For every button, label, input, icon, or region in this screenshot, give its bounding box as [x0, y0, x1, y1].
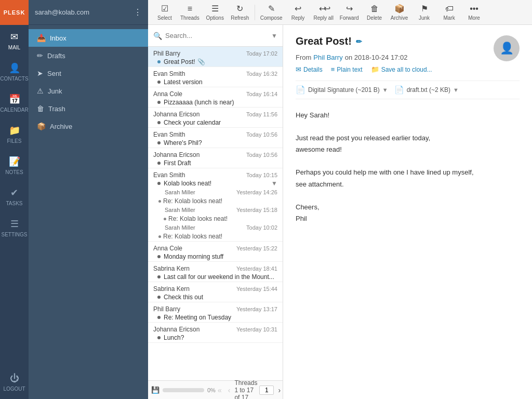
attachment-dropdown-icon[interactable]: ▼ — [453, 87, 459, 93]
trash-icon: 🗑 — [37, 104, 44, 113]
search-icon: 🔍 — [153, 32, 162, 40]
sidebar-item-notes[interactable]: 📝 NOTES — [0, 150, 29, 181]
more-icon: ••• — [470, 4, 478, 14]
reply-button[interactable]: ↩ Reply — [286, 0, 311, 25]
reply-all-button[interactable]: ↩↩ Reply all — [311, 0, 337, 25]
folder-drafts[interactable]: ✏ Drafts — [29, 47, 148, 64]
thread-sender: Phil Barry — [153, 305, 180, 313]
toolbar-divider — [255, 5, 255, 20]
files-icon: 📁 — [9, 125, 20, 136]
thread-reply-subject-2: Re: Kolab looks neat! — [148, 214, 283, 223]
thread-6[interactable]: Johanna Ericson Today 10:56 First Draft — [148, 148, 283, 168]
sidebar-item-settings[interactable]: ☰ SETTINGS — [0, 212, 29, 243]
sidebar-item-mail[interactable]: ✉ MAIL — [0, 25, 29, 56]
delete-icon: 🗑 — [370, 4, 379, 14]
threads-icon: ≡ — [188, 4, 192, 14]
folder-sent[interactable]: ➤ Sent — [29, 64, 148, 82]
unread-dot — [157, 275, 161, 278]
reading-pane: Great Post! ✏ From Phil Barry on 2018-10… — [283, 25, 532, 399]
thread-5[interactable]: Evan Smith Today 10:56 Where's Phil? — [148, 128, 283, 148]
thread-3[interactable]: Anna Cole Today 16:14 Pizzaaaaa (lunch i… — [148, 87, 283, 108]
threads-button[interactable]: ≡ Threads — [177, 0, 203, 25]
pager-first-button[interactable]: « — [216, 385, 224, 395]
folder-archive[interactable]: 📦 Archive — [29, 117, 148, 135]
sidebar-item-tasks[interactable]: ✔ TASKS — [0, 181, 29, 212]
attachment-draft[interactable]: 📄 draft.txt (~2 KB) ▼ — [394, 85, 459, 95]
main-area: ☑ Select ≡ Threads ☰ Options ↻ Refresh ✎… — [148, 0, 532, 399]
logo-text: plesk — [4, 9, 25, 16]
folder-inbox[interactable]: 📥 Inbox — [29, 29, 148, 47]
email-sender-link[interactable]: Phil Barry — [313, 54, 342, 61]
mark-button[interactable]: 🏷 Mark — [437, 0, 462, 25]
pager-prev-button[interactable]: ‹ — [226, 385, 233, 395]
plain-text-link[interactable]: ≡ Plain text — [331, 65, 363, 73]
folder-junk[interactable]: ⚠ Junk — [29, 82, 148, 100]
thread-12[interactable]: Johanna Ericson Yesterday 10:31 Lunch? — [148, 323, 283, 343]
thread-sender: Johanna Ericson — [153, 111, 200, 118]
thread-8[interactable]: Anna Cole Yesterday 15:22 Monday morning… — [148, 242, 283, 262]
account-menu-button[interactable]: ⋮ — [134, 7, 142, 17]
thread-reply-1: Sarah Miller Yesterday 14:26 — [148, 188, 283, 196]
thread-7[interactable]: Evan Smith Today 10:15 Kolab looks neat!… — [148, 168, 283, 242]
options-button[interactable]: ☰ Options — [203, 0, 228, 25]
refresh-button[interactable]: ↻ Refresh — [228, 0, 252, 25]
compose-button[interactable]: ✎ Compose — [257, 0, 286, 25]
sidebar-item-calendar[interactable]: 📅 CALENDAR — [0, 87, 29, 118]
archive-button[interactable]: 📦 Archive — [387, 0, 412, 25]
collapse-icon[interactable]: ▼ — [271, 180, 277, 187]
thread-sender: Johanna Ericson — [153, 151, 200, 158]
mail-icon: ✉ — [10, 31, 18, 43]
select-icon: ☑ — [161, 4, 168, 14]
sidebar-item-contacts[interactable]: 👤 CONTACTS — [0, 56, 29, 87]
sidebar: plesk ✉ MAIL 👤 CONTACTS 📅 CALENDAR 📁 FIL… — [0, 0, 29, 399]
search-dropdown-icon[interactable]: ▼ — [271, 32, 277, 39]
plain-text-label: Plain text — [337, 66, 362, 73]
thread-4[interactable]: Johanna Ericson Today 11:56 Check your c… — [148, 108, 283, 128]
save-all-icon: 📁 — [371, 65, 379, 73]
thread-sender: Phil Barry — [153, 50, 180, 57]
thread-time: Yesterday 18:41 — [236, 265, 277, 272]
page-number-input[interactable] — [259, 385, 274, 395]
thread-subject-text: First Draft — [164, 159, 191, 167]
progress-text: 0% — [207, 387, 216, 393]
options-icon: ☰ — [211, 4, 219, 14]
select-button[interactable]: ☑ Select — [152, 0, 177, 25]
attachment-dropdown-icon[interactable]: ▼ — [382, 87, 388, 93]
thread-10[interactable]: Sabrina Kern Yesterday 15:44 Check this … — [148, 282, 283, 302]
folder-trash[interactable]: 🗑 Trash — [29, 100, 148, 117]
pager-next-button[interactable]: › — [276, 385, 283, 395]
delete-label: Delete — [367, 15, 382, 21]
thread-1[interactable]: Phil Barry Today 17:02 Great Post! 📎 — [148, 47, 283, 67]
junk-button[interactable]: ⚑ Junk — [412, 0, 437, 25]
thread-subject-text: Check this out — [164, 294, 203, 301]
thread-subject-text: Re: Meeting on Tuesday — [164, 314, 231, 321]
search-input[interactable] — [165, 32, 268, 39]
thread-sender: Evan Smith — [153, 70, 185, 77]
archive-toolbar-icon: 📦 — [394, 4, 405, 14]
forward-button[interactable]: ↪ Forward — [337, 0, 362, 25]
avatar-icon: 👤 — [500, 42, 514, 55]
thread-9[interactable]: Sabrina Kern Yesterday 18:41 Last call f… — [148, 262, 283, 282]
email-actions-bar: ✉ Details ≡ Plain text 📁 Save all to clo… — [296, 65, 432, 73]
attachment-label: draft.txt (~2 KB) — [407, 86, 450, 94]
logout-button[interactable]: ⏻ LOGOUT — [0, 368, 29, 396]
folder-label: Trash — [48, 105, 65, 113]
details-link[interactable]: ✉ Details — [296, 65, 323, 73]
tasks-icon: ✔ — [10, 187, 18, 198]
reply-dot — [164, 218, 166, 220]
compose-label: Compose — [260, 15, 283, 21]
content-area: 🔍 ▼ Phil Barry Today 17:02 Great Post! 📎 — [148, 25, 532, 399]
thread-subject-text: Lunch? — [164, 334, 184, 341]
edit-icon[interactable]: ✏ — [356, 37, 362, 46]
progress-bar-background — [163, 388, 204, 392]
thread-time: Yesterday 10:31 — [236, 326, 277, 332]
attachment-signature[interactable]: 📄 Digital Signature (~201 B) ▼ — [296, 85, 388, 95]
thread-2[interactable]: Evan Smith Today 16:32 Latest version — [148, 67, 283, 87]
more-button[interactable]: ••• More — [462, 0, 487, 25]
save-all-link[interactable]: 📁 Save all to cloud... — [371, 65, 432, 73]
account-panel: sarah@kolab.com ⋮ 📥 Inbox ✏ Drafts ➤ Sen… — [29, 0, 148, 399]
thread-11[interactable]: Phil Barry Yesterday 13:17 Re: Meeting o… — [148, 302, 283, 323]
delete-button[interactable]: 🗑 Delete — [362, 0, 387, 25]
thread-time: Today 10:15 — [246, 172, 277, 178]
sidebar-item-files[interactable]: 📁 FILES — [0, 118, 29, 150]
